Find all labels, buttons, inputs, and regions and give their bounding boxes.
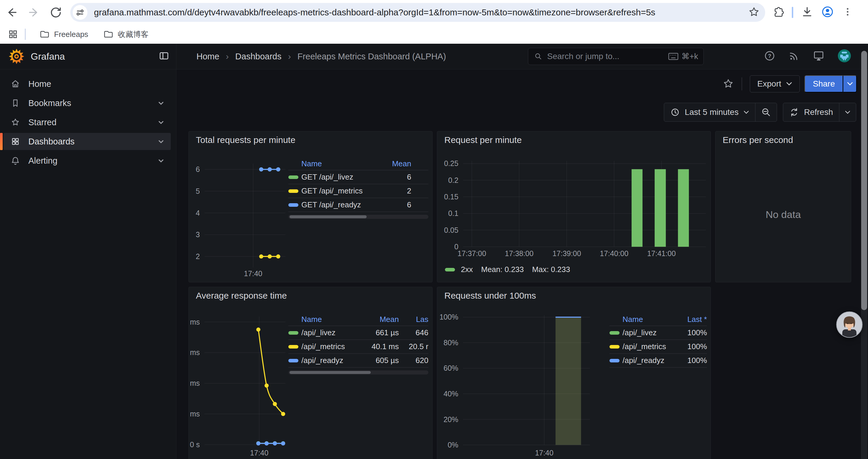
sidebar-nav: Home Bookmarks Starred Dashboards: [0, 69, 176, 169]
time-range-button[interactable]: Last 5 minutes: [664, 103, 755, 121]
svg-text:17:38:00: 17:38:00: [505, 249, 533, 258]
chevron-down-icon[interactable]: [157, 119, 165, 126]
legend-column-header[interactable]: Name: [622, 315, 673, 324]
panel-title[interactable]: Errors per second: [723, 135, 793, 145]
legend-row[interactable]: /api/_metrics40.1 ms20.5 r: [288, 340, 428, 354]
user-avatar[interactable]: [837, 49, 851, 64]
request-per-minute-chart[interactable]: 0.250.20.150.10.05017:37:0017:38:0017:39…: [437, 131, 711, 282]
chevron-down-icon[interactable]: [157, 138, 165, 145]
export-button[interactable]: Export: [750, 75, 800, 93]
news-rss-icon[interactable]: [788, 50, 800, 63]
assistant-avatar-widget[interactable]: [836, 311, 863, 338]
legend-column-header[interactable]: Mean: [358, 315, 399, 324]
profile-icon[interactable]: [821, 5, 834, 20]
legend-column-header[interactable]: Name: [301, 159, 378, 168]
refresh-interval-button[interactable]: [839, 103, 856, 121]
breadcrumb-home[interactable]: Home: [196, 52, 219, 61]
legend-row[interactable]: GET /api/_livez6: [288, 170, 428, 184]
sidebar-collapse-icon[interactable]: [158, 50, 169, 63]
share-menu-button[interactable]: [843, 75, 857, 93]
breadcrumb-dashboards[interactable]: Dashboards: [235, 52, 281, 61]
site-settings-icon[interactable]: [73, 5, 88, 20]
zoom-out-button[interactable]: [755, 103, 777, 121]
chevron-down-icon: [743, 110, 749, 114]
time-controls: Last 5 minutes Refresh: [664, 103, 856, 122]
monitor-icon[interactable]: [812, 50, 825, 63]
search-box[interactable]: ⌘+k: [528, 48, 704, 65]
reload-icon[interactable]: [49, 6, 62, 19]
toolbar-separator: [792, 7, 793, 18]
forward-icon[interactable]: [27, 6, 40, 19]
panel-title[interactable]: Request per minute: [444, 135, 522, 145]
panel-errors-per-second: Errors per second No data: [715, 131, 851, 282]
browser-menu-icon[interactable]: [842, 6, 854, 19]
breadcrumb: Home › Dashboards › Freeleaps Metrics Da…: [196, 52, 446, 61]
help-icon[interactable]: ?: [764, 50, 776, 63]
apps-grid-icon[interactable]: [8, 29, 18, 40]
legend-scrollbar-thumb[interactable]: [289, 215, 367, 218]
page-scrollbar-thumb[interactable]: [861, 51, 867, 310]
legend-series-name[interactable]: 2xx: [461, 265, 473, 274]
legend-scrollbar[interactable]: [288, 215, 428, 219]
legend-row[interactable]: /api/_livez661 µs646: [288, 326, 428, 340]
panel-requests-under-100ms: Requests under 100ms 100%80%60%40%20%0%1…: [437, 287, 711, 459]
extensions-icon[interactable]: [772, 6, 784, 19]
panel-title[interactable]: Total requests per minute: [196, 135, 296, 145]
search-input[interactable]: [547, 52, 668, 61]
main-area: Home › Dashboards › Freeleaps Metrics Da…: [176, 44, 868, 459]
assistant-avatar: [836, 311, 863, 338]
back-icon[interactable]: [5, 6, 18, 19]
legend-column-header[interactable]: Name: [301, 315, 358, 324]
sidebar-item-label: Home: [28, 79, 51, 89]
bookmark-folder-blogs[interactable]: 收藏博客: [98, 27, 154, 42]
legend-value: 661 µs: [358, 328, 399, 337]
legend-row[interactable]: GET /api/_metrics2: [288, 184, 428, 198]
bookmark-folder-freeleaps[interactable]: Freeleaps: [34, 27, 94, 42]
svg-text:80 ms: 80 ms: [189, 318, 200, 326]
url-bar[interactable]: [70, 3, 765, 22]
dashboard-actions: Export Share: [723, 75, 857, 93]
grafana-logo[interactable]: [9, 49, 24, 64]
svg-text:17:37:00: 17:37:00: [458, 249, 486, 258]
bookmarks-bar: Freeleaps 收藏博客: [0, 25, 868, 44]
legend-column-header[interactable]: Last *: [673, 315, 707, 324]
legend-column-header[interactable]: Las: [399, 315, 428, 324]
panel-average-response-time: Average response time 80 ms60 ms40 ms20 …: [188, 287, 433, 459]
favorite-star-icon[interactable]: [723, 78, 734, 90]
folder-icon: [39, 29, 50, 40]
sidebar-item-home[interactable]: Home: [4, 75, 171, 93]
svg-text:0.15: 0.15: [444, 193, 458, 201]
series-color-pill: [610, 331, 620, 335]
bookmark-star-icon[interactable]: [748, 6, 760, 19]
sidebar-item-bookmarks[interactable]: Bookmarks: [4, 95, 171, 112]
home-icon: [11, 79, 20, 89]
legend-row[interactable]: /api/_readyz100%: [610, 354, 707, 368]
legend-scrollbar[interactable]: [288, 370, 428, 374]
legend-series-name: /api/_metrics: [301, 342, 358, 351]
sidebar-item-starred[interactable]: Starred: [4, 114, 171, 131]
svg-text:20 ms: 20 ms: [189, 410, 200, 418]
svg-text:0 s: 0 s: [190, 440, 200, 449]
download-icon[interactable]: [801, 6, 813, 19]
sidebar-item-dashboards[interactable]: Dashboards: [4, 133, 171, 150]
legend-value: 6: [378, 200, 411, 209]
legend-row[interactable]: GET /api/_readyz6: [288, 198, 428, 212]
chevron-down-icon[interactable]: [157, 99, 165, 107]
legend-scrollbar-thumb[interactable]: [289, 371, 371, 374]
url-input[interactable]: [94, 7, 748, 18]
share-button[interactable]: Share: [804, 75, 843, 93]
clock-icon: [670, 107, 680, 117]
legend-row[interactable]: /api/_metrics100%: [610, 340, 707, 354]
bookmark-folder-label: Freeleaps: [54, 30, 88, 39]
legend-column-header[interactable]: Mean: [378, 159, 411, 168]
legend-row[interactable]: /api/_readyz605 µs620: [288, 354, 428, 368]
legend-series-name: GET /api/_metrics: [301, 186, 378, 196]
chevron-down-icon[interactable]: [157, 157, 165, 165]
zoom-out-icon: [761, 107, 771, 118]
panel-title[interactable]: Requests under 100ms: [444, 291, 536, 301]
series-color-pill: [610, 345, 620, 349]
sidebar-item-alerting[interactable]: Alerting: [4, 152, 171, 169]
refresh-button[interactable]: Refresh: [783, 103, 839, 121]
legend-row[interactable]: /api/_livez100%: [610, 326, 707, 340]
panel-title[interactable]: Average response time: [196, 291, 287, 301]
